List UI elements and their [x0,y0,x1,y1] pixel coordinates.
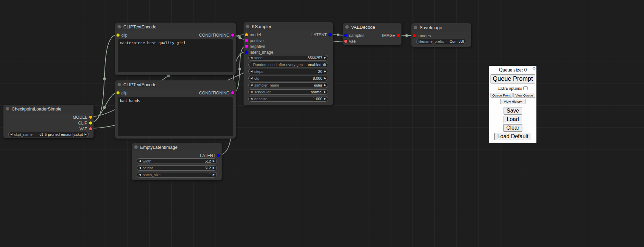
latent-output-dot-icon[interactable] [329,33,332,36]
increment-arrow-icon[interactable]: ▶ [324,56,326,59]
samples-input-slot[interactable]: samples [344,33,364,38]
images-input-slot[interactable]: images [413,34,431,38]
decrement-arrow-icon[interactable]: ◀ [250,91,252,93]
decrement-arrow-icon[interactable]: ◀ [250,70,252,73]
node-title-bar[interactable]: SaveImage [411,23,471,31]
node-collapse-dot-icon[interactable] [414,26,417,29]
random-seed-toggle-widget[interactable]: Random seed after every gen enabled [248,62,328,67]
images-input-dot-icon[interactable] [413,34,416,37]
view-history-button[interactable]: View History [500,99,526,104]
load-default-button[interactable]: Load Default [494,133,532,140]
conditioning-output-slot[interactable]: CONDITIONING [199,33,234,38]
increment-arrow-icon[interactable]: ▶ [213,160,215,162]
node-vaedecode[interactable]: VAEDecode samples IMAGE vae [343,23,401,45]
decrement-arrow-icon[interactable]: ◀ [10,133,12,136]
node-emptylatentimage[interactable]: EmptyLatentImage LATENT ◀ width 512 ▶ ◀ … [132,143,222,180]
decrement-arrow-icon[interactable]: ◀ [250,56,252,59]
filename-prefix-widget[interactable]: filename_prefix ComfyUI [416,39,466,44]
node-checkpointloadersimple[interactable]: CheckpointLoaderSimple MODEL CLIP VAE [3,105,94,138]
increment-arrow-icon[interactable]: ▶ [324,77,326,80]
negative-input-dot-icon[interactable] [245,45,248,48]
increment-arrow-icon[interactable]: ▶ [85,133,87,136]
decrement-arrow-icon[interactable]: ◀ [139,173,141,176]
positive-input-slot[interactable]: positive [245,38,264,43]
node-cliptextencode-negative[interactable]: CLIPTextEncode clip CONDITIONING bad han… [115,80,236,139]
latent-output-slot[interactable]: LATENT [200,153,220,158]
latent-output-slot[interactable]: LATENT [311,32,332,37]
clip-input-slot[interactable]: clip [116,91,127,95]
denoise-widget[interactable]: ◀ denoise 1.000 ▶ [248,96,328,102]
height-widget[interactable]: ◀ height 512 ▶ [137,165,217,171]
increment-arrow-icon[interactable]: ▶ [324,98,326,100]
node-title-bar[interactable]: CLIPTextEncode [115,80,236,89]
conditioning-output-dot-icon[interactable] [231,34,234,37]
latent-image-input-slot[interactable]: latent_image [245,50,273,55]
decrement-arrow-icon[interactable]: ◀ [250,98,252,100]
seed-widget[interactable]: ◀ seed 8566257 ▶ [248,55,328,61]
queue-front-button[interactable]: Queue Front [491,93,512,98]
node-title-bar[interactable]: CheckpointLoaderSimple [3,105,94,113]
clip-input-dot-icon[interactable] [116,34,120,37]
steps-widget[interactable]: ◀ steps 20 ▶ [248,69,328,74]
load-button[interactable]: Load [504,116,522,123]
cfg-widget[interactable]: ◀ cfg 8.000 ▶ [248,76,328,81]
scheduler-widget[interactable]: ◀ scheduler normal ▶ [248,89,328,95]
node-cliptextencode-positive[interactable]: CLIPTextEncode clip CONDITIONING masterp… [115,23,236,75]
increment-arrow-icon[interactable]: ▶ [324,70,326,73]
clip-input-slot[interactable]: clip [116,33,127,38]
negative-input-slot[interactable]: negative [245,44,265,49]
negative-prompt-textarea[interactable]: bad hands [118,97,233,136]
clear-button[interactable]: Clear [503,124,522,132]
vae-output-dot-icon[interactable] [89,127,92,130]
node-title-bar[interactable]: EmptyLatentImage [132,143,222,151]
node-ksampler[interactable]: KSampler model LATENT positive [244,22,333,105]
extra-options-checkbox[interactable] [523,86,528,90]
increment-arrow-icon[interactable]: ▶ [213,173,215,176]
latent-output-dot-icon[interactable] [217,154,220,157]
decrement-arrow-icon[interactable]: ◀ [250,84,252,87]
model-output-dot-icon[interactable] [89,116,92,119]
batch-size-widget[interactable]: ◀ batch_size 1 ▶ [137,172,217,178]
increment-arrow-icon[interactable]: ▶ [324,84,326,87]
view-queue-button[interactable]: View Queue [513,93,535,98]
clip-input-dot-icon[interactable] [116,91,120,94]
node-title-bar[interactable]: KSampler [244,22,333,30]
decrement-arrow-icon[interactable]: ◀ [250,77,252,80]
model-input-dot-icon[interactable] [245,33,248,36]
vae-input-slot[interactable]: vae [344,39,356,44]
clip-output-dot-icon[interactable] [89,121,92,125]
samples-input-dot-icon[interactable] [344,34,347,37]
toggle-on-dot-icon[interactable] [323,63,326,66]
node-collapse-dot-icon[interactable] [117,25,121,28]
vae-input-dot-icon[interactable] [344,40,347,43]
width-widget[interactable]: ◀ width 512 ▶ [137,158,217,164]
node-collapse-dot-icon[interactable] [345,25,349,29]
model-input-slot[interactable]: model [245,32,261,37]
positive-prompt-textarea[interactable]: masterpiece best quality girl [118,39,233,72]
model-output-slot[interactable]: MODEL [73,115,92,120]
sampler-name-widget[interactable]: ◀ sampler_name euler ▶ [248,82,328,88]
vae-output-slot[interactable]: VAE [79,127,92,131]
ckpt-name-combo-widget[interactable]: ◀ ckpt_name v1-5-pruned-emaonly.ckpt ▶ [8,132,89,137]
conditioning-output-dot-icon[interactable] [231,91,234,94]
clip-output-slot[interactable]: CLIP [78,121,92,126]
image-output-dot-icon[interactable] [397,34,400,37]
conditioning-output-slot[interactable]: CONDITIONING [199,91,234,95]
positive-input-dot-icon[interactable] [245,39,248,42]
image-output-slot[interactable]: IMAGE [382,33,400,38]
settings-gear-icon[interactable]: ⚙ [532,66,536,71]
save-button[interactable]: Save [504,107,522,115]
node-collapse-dot-icon[interactable] [6,107,9,110]
decrement-arrow-icon[interactable]: ◀ [139,160,141,162]
node-title-bar[interactable]: CLIPTextEncode [115,23,236,31]
node-collapse-dot-icon[interactable] [246,25,249,28]
decrement-arrow-icon[interactable]: ◀ [139,167,141,169]
node-title-bar[interactable]: VAEDecode [343,23,401,31]
node-collapse-dot-icon[interactable] [117,83,121,86]
graph-canvas[interactable]: CheckpointLoaderSimple MODEL CLIP VAE [0,0,644,247]
node-collapse-dot-icon[interactable] [134,145,138,149]
queue-prompt-button[interactable]: Queue Prompt [491,74,535,83]
increment-arrow-icon[interactable]: ▶ [213,167,215,169]
node-saveimage[interactable]: SaveImage images filename_prefix ComfyUI [411,23,471,47]
latent-image-input-dot-icon[interactable] [245,51,248,54]
